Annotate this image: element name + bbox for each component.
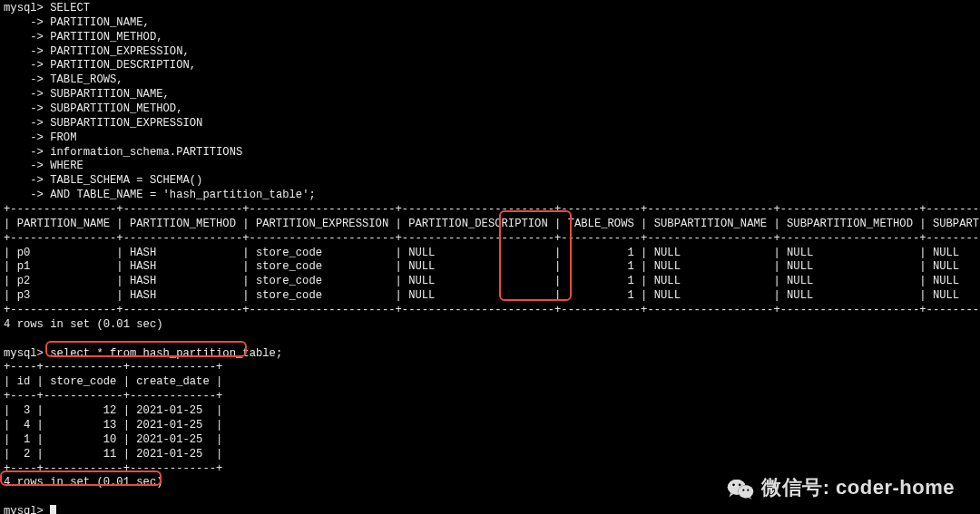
sql-line: mysql> select * from hash_partition_tabl… (4, 347, 976, 362)
svg-point-9 (742, 489, 744, 490)
sql-line: -> AND TABLE_NAME = 'hash_partition_tabl… (4, 189, 976, 203)
sql-line: -> SUBPARTITION_METHOD, (4, 102, 976, 117)
table-separator: +----------------+------------------+---… (4, 232, 976, 247)
table-row: | 3 | 12 | 2021-01-25 | (4, 404, 976, 419)
wechat-icon (727, 477, 754, 500)
watermark: 微信号: coder-home (727, 475, 955, 501)
table-separator: +----+------------+-------------+ (4, 462, 976, 477)
table-separator: +----+------------+-------------+ (4, 390, 976, 404)
svg-point-8 (739, 483, 741, 486)
result-footer: 4 rows in set (0.01 sec) (4, 318, 976, 333)
table-row: | 4 | 13 | 2021-01-25 | (4, 419, 976, 433)
svg-point-6 (739, 485, 754, 498)
blank-line (4, 333, 976, 347)
table-row: | p1 | HASH | store_code | NULL | 1 | NU… (4, 260, 976, 275)
table-header: | PARTITION_NAME | PARTITION_METHOD | PA… (4, 218, 976, 232)
sql-line: -> PARTITION_NAME, (4, 16, 976, 31)
sql-line: -> SUBPARTITION_EXPRESSION (4, 117, 976, 131)
sql-line: -> TABLE_SCHEMA = SCHEMA() (4, 174, 976, 189)
sql-line: -> PARTITION_DESCRIPTION, (4, 59, 976, 73)
prompt-line[interactable]: mysql> (4, 505, 976, 514)
table-separator: +----------------+------------------+---… (4, 304, 976, 318)
sql-line: -> SUBPARTITION_NAME, (4, 88, 976, 102)
sql-line: -> WHERE (4, 160, 976, 174)
cursor-icon (50, 505, 56, 514)
table-row: | p0 | HASH | store_code | NULL | 1 | NU… (4, 247, 976, 261)
table-row: | 1 | 10 | 2021-01-25 | (4, 433, 976, 448)
svg-point-10 (747, 489, 749, 490)
watermark-text: 微信号: coder-home (761, 475, 955, 501)
sql-line: -> TABLE_ROWS, (4, 73, 976, 88)
sql-line: -> information_schema.PARTITIONS (4, 146, 976, 160)
svg-point-7 (732, 483, 735, 486)
terminal-window[interactable]: mysql> SELECT -> PARTITION_NAME, -> PART… (0, 0, 980, 514)
table-separator: +----------------+------------------+---… (4, 203, 976, 218)
sql-line: -> FROM (4, 131, 976, 146)
sql-line: -> PARTITION_EXPRESSION, (4, 45, 976, 60)
sql-line: mysql> SELECT (4, 2, 976, 16)
table-row: | 2 | 11 | 2021-01-25 | (4, 448, 976, 462)
table-row: | p2 | HASH | store_code | NULL | 1 | NU… (4, 275, 976, 289)
table-row: | p3 | HASH | store_code | NULL | 1 | NU… (4, 289, 976, 304)
table-separator: +----+------------+-------------+ (4, 361, 976, 375)
table-header: | id | store_code | create_date | (4, 375, 976, 390)
sql-line: -> PARTITION_METHOD, (4, 31, 976, 45)
